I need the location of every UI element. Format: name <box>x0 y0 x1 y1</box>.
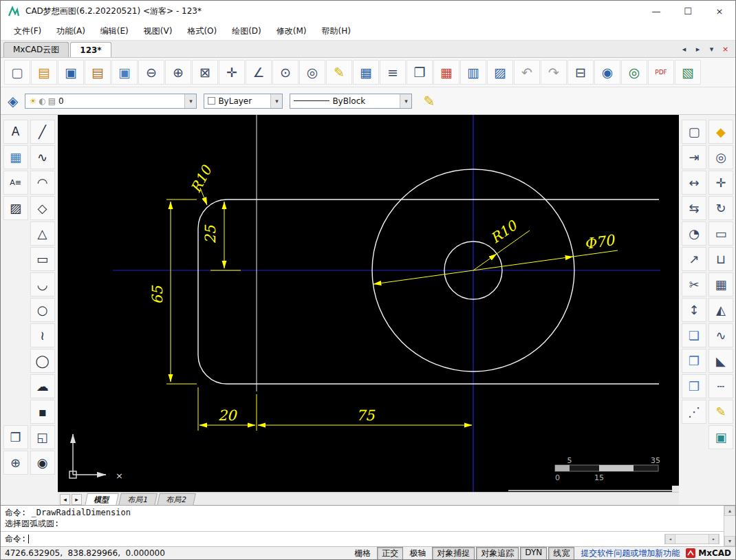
toggle-otrack[interactable]: 对象追踪 <box>476 547 519 560</box>
tab-menu-button[interactable]: ▾ <box>706 44 717 54</box>
menu-function[interactable]: 功能(A) <box>49 23 93 40</box>
wipeout-tool-icon[interactable]: ❐ <box>3 425 28 449</box>
lineweight-pencil-icon[interactable]: ✎ <box>423 94 435 108</box>
toggle-osnap[interactable]: 对象捕捉 <box>432 547 475 560</box>
layout-tab-layout1[interactable]: 布局1 <box>118 493 158 506</box>
close-button[interactable]: × <box>704 1 735 22</box>
break-icon[interactable]: ⇥ <box>682 145 706 169</box>
union-icon[interactable]: ⊔ <box>708 247 733 271</box>
text-style-icon[interactable]: ≡ <box>380 60 406 85</box>
fillet-icon[interactable]: ∿ <box>708 323 733 347</box>
network-icon[interactable]: ◎ <box>621 60 647 85</box>
open-folder-icon[interactable]: ▤ <box>85 60 111 85</box>
scroll-left-icon[interactable]: ◂ <box>665 535 675 543</box>
minimize-button[interactable]: — <box>640 1 672 22</box>
layout-tab-model[interactable]: 模型 <box>85 493 119 506</box>
copy-page-icon[interactable]: ❐ <box>407 60 433 85</box>
pentagon-tool-icon[interactable]: ◇ <box>30 196 55 220</box>
undo-icon[interactable]: ↶ <box>514 60 540 85</box>
scale-icon[interactable]: ◔ <box>682 222 706 246</box>
command-input[interactable]: 命令: ◂ ▸ <box>1 532 724 546</box>
circle-tool-icon[interactable]: ○ <box>30 298 55 322</box>
point-tool-icon[interactable]: ▪ <box>30 400 55 424</box>
toggle-ortho[interactable]: 正交 <box>377 547 403 560</box>
color-select[interactable]: ByLayer ▾ <box>204 94 283 109</box>
zoom-window-icon[interactable]: ⊕ <box>165 60 191 85</box>
break-point-icon[interactable]: ┄ <box>708 374 733 398</box>
layout-nav-left-button[interactable]: ◂ <box>60 494 70 505</box>
scroll-down-icon[interactable]: ▾ <box>724 536 735 546</box>
chevron-down-icon[interactable]: ▾ <box>400 94 411 108</box>
feedback-link[interactable]: 提交软件问题或增加新功能 <box>581 548 680 559</box>
command-vscrollbar[interactable]: ▴ ▾ <box>724 506 735 546</box>
menu-help[interactable]: 帮助(H) <box>314 23 358 40</box>
offset-icon[interactable]: ⇆ <box>682 196 706 220</box>
doc-tab-123[interactable]: 123* <box>70 42 111 57</box>
region-tool-icon[interactable]: ⊕ <box>3 451 28 475</box>
zoom-previous-icon[interactable]: ⊖ <box>138 60 164 85</box>
command-hscrollbar[interactable]: ◂ ▸ <box>664 534 719 544</box>
zoom-object-icon[interactable]: ◎ <box>299 60 325 85</box>
toggle-dyn[interactable]: DYN <box>520 547 547 560</box>
spline-tool-icon[interactable]: ≀ <box>30 323 55 347</box>
layer-select[interactable]: ☀◐▤ 0 ▾ <box>25 94 197 109</box>
menu-format[interactable]: 格式(O) <box>180 23 224 40</box>
menu-edit[interactable]: 编辑(E) <box>93 23 136 40</box>
tab-scroll-right-button[interactable]: ▸ <box>693 44 703 54</box>
sketch-pen-icon[interactable]: ✎ <box>708 400 733 424</box>
arc-3point-tool-icon[interactable]: ◡ <box>30 272 55 297</box>
erase-icon[interactable]: ◆ <box>708 120 733 144</box>
copy-object-icon[interactable]: ◎ <box>708 145 733 169</box>
menu-draw[interactable]: 绘图(D) <box>224 23 269 40</box>
toggle-polar[interactable]: 极轴 <box>404 547 431 560</box>
maximize-button[interactable]: ☐ <box>672 1 704 22</box>
save-as-icon[interactable]: ▣ <box>111 60 138 85</box>
insert-image-icon[interactable]: ▧ <box>675 60 701 85</box>
linetype-select[interactable]: ByBlock ▾ <box>290 94 412 109</box>
zoom-extents-icon[interactable]: ⊠ <box>192 60 218 85</box>
revcloud-tool-icon[interactable]: ☁ <box>30 374 55 398</box>
stretch-icon[interactable]: ↔ <box>682 171 706 195</box>
array-icon[interactable]: ▦ <box>708 272 733 297</box>
drawing-canvas[interactable]: 65 25 R10 20 <box>58 115 679 492</box>
measure-angle-icon[interactable]: ∠ <box>246 60 272 85</box>
viewport-grip[interactable] <box>672 486 679 492</box>
insert-image-tool-icon[interactable]: ▦ <box>3 145 28 169</box>
move-icon[interactable]: ✛ <box>708 171 733 195</box>
copy-stack-icon[interactable]: ❐ <box>682 349 706 373</box>
arc-tool-icon[interactable]: ◠ <box>30 171 55 195</box>
mtext-tool-icon[interactable]: A≡ <box>3 171 28 195</box>
open-drawing-icon[interactable]: ▤ <box>31 60 57 85</box>
layer-manager-icon[interactable]: ◈ <box>8 94 18 108</box>
chevron-down-icon[interactable]: ▾ <box>184 94 196 108</box>
paste-icon[interactable]: ❒ <box>682 374 706 398</box>
line-tool-icon[interactable]: ╱ <box>30 120 55 144</box>
tab-close-button[interactable]: × <box>720 44 730 54</box>
boundary-tool-icon[interactable]: ◱ <box>30 425 55 449</box>
save-icon[interactable]: ▣ <box>58 60 84 85</box>
toggle-grid[interactable]: 栅格 <box>349 547 376 560</box>
vscroll-track[interactable] <box>724 516 735 536</box>
chevron-down-icon[interactable]: ▾ <box>270 94 282 108</box>
hscroll-track[interactable] <box>675 535 708 543</box>
draw-pencil-icon[interactable]: ✎ <box>326 60 352 85</box>
layout-nav-right-button[interactable]: ▸ <box>72 494 82 505</box>
insert-table-icon[interactable]: ▦ <box>353 60 379 85</box>
chamfer-icon[interactable]: ◣ <box>708 349 733 373</box>
rotate-icon[interactable]: ↻ <box>708 196 733 220</box>
print-icon[interactable]: ⊟ <box>567 60 594 85</box>
extend-icon[interactable]: ↗ <box>682 247 706 271</box>
select-window-icon[interactable]: ▢ <box>682 120 706 144</box>
polyline-tool-icon[interactable]: ∿ <box>30 145 55 169</box>
zoom-in-icon[interactable]: ⊙ <box>272 60 299 85</box>
scroll-right-icon[interactable]: ▸ <box>708 535 719 543</box>
publish-web-icon[interactable]: ◉ <box>594 60 620 85</box>
menu-view[interactable]: 视图(V) <box>136 23 180 40</box>
polygon-tool-icon[interactable]: △ <box>30 222 55 246</box>
color-table-icon[interactable]: ▦ <box>433 60 459 85</box>
trim-icon[interactable]: ✂ <box>682 272 706 297</box>
align-icon[interactable]: ▭ <box>708 222 733 246</box>
drawing-area[interactable]: 65 25 R10 20 <box>58 115 679 492</box>
redo-icon[interactable]: ↷ <box>541 60 567 85</box>
divide-icon[interactable]: ⋰ <box>682 400 706 424</box>
